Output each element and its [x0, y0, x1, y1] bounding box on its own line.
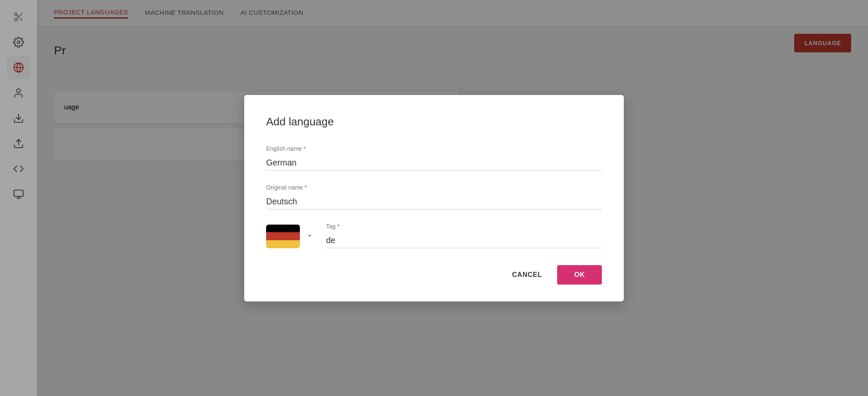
modal-actions: CANCEL OK	[266, 265, 602, 285]
ok-button[interactable]: OK	[557, 265, 602, 285]
english-name-input[interactable]	[266, 155, 602, 171]
flag-chevron-icon[interactable]	[307, 233, 313, 240]
original-name-input[interactable]	[266, 194, 602, 209]
original-name-label: Original name *	[266, 184, 602, 191]
tag-group: Tag *	[326, 223, 602, 248]
german-flag	[266, 225, 300, 248]
tag-input[interactable]	[326, 233, 602, 248]
flag-tag-row: Tag *	[266, 223, 602, 248]
add-language-modal: Add language English name * Original nam…	[244, 95, 624, 301]
english-name-group: English name *	[266, 145, 602, 171]
tag-label: Tag *	[326, 223, 602, 230]
modal-title: Add language	[266, 115, 602, 128]
flag-gold-stripe	[266, 240, 300, 248]
flag-black-stripe	[266, 225, 300, 233]
english-name-label: English name *	[266, 145, 602, 152]
cancel-button[interactable]: CANCEL	[504, 265, 550, 285]
original-name-group: Original name *	[266, 184, 602, 209]
flag-red-stripe	[266, 232, 300, 240]
modal-overlay: Add language English name * Original nam…	[0, 0, 868, 396]
